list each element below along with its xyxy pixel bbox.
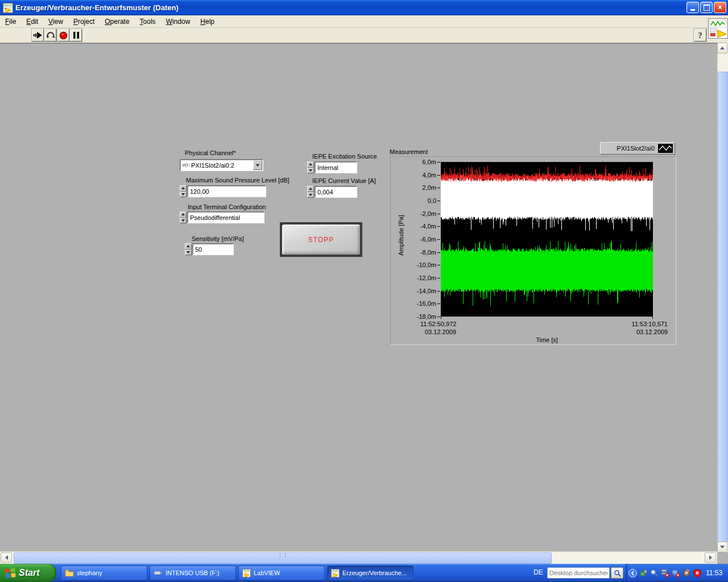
- horizontal-scroll-thumb[interactable]: [14, 552, 552, 564]
- io-glyph-icon: I/O: [183, 163, 189, 167]
- tray-server-disconnected-icon[interactable]: [660, 568, 669, 577]
- abort-button[interactable]: [57, 29, 69, 41]
- menu-view[interactable]: View: [43, 16, 68, 27]
- combo-dropdown-button[interactable]: [253, 160, 262, 170]
- taskbar-button-erzeuger-verbraucher[interactable]: Erzeuger/Verbrauche...: [327, 566, 413, 580]
- taskbar-button-labview[interactable]: LabVIEW: [238, 566, 325, 580]
- y-axis-tick-label: 0,0: [428, 197, 436, 204]
- input-terminal-field[interactable]: Pseudodifferential: [187, 211, 264, 223]
- close-icon: ×: [718, 3, 722, 11]
- run-continuous-button[interactable]: [44, 29, 56, 41]
- y-axis-tick-mark: [437, 201, 440, 201]
- tray-network-disconnected-icon[interactable]: [671, 568, 680, 577]
- usb-drive-icon: [154, 569, 163, 576]
- sensitivity-value: 50: [195, 246, 202, 253]
- input-terminal-spinner[interactable]: [180, 211, 187, 223]
- menu-bar: File Edit View Project Operate Tools Win…: [0, 15, 728, 28]
- up-arrow-icon: [309, 188, 312, 190]
- tray-magnifier-icon[interactable]: [650, 568, 659, 577]
- menu-help[interactable]: Help: [195, 16, 220, 27]
- decrement-button[interactable]: [180, 192, 187, 198]
- minimize-button[interactable]: [686, 2, 699, 13]
- menu-window[interactable]: Window: [161, 16, 196, 27]
- increment-button[interactable]: [185, 243, 192, 250]
- y-axis-tick-label: -4,0m: [420, 223, 436, 230]
- y-axis-tick-mark: [437, 278, 440, 278]
- chevron-down-icon: [256, 164, 259, 167]
- context-help-button[interactable]: ?: [694, 29, 706, 41]
- tray-audio-icon[interactable]: [682, 568, 691, 577]
- physical-channel-combo[interactable]: I/O PXI1Slot2/ai0:2: [180, 159, 263, 171]
- right-arrow-icon: [709, 555, 712, 560]
- input-terminal-label: Input Terminal Configuration: [188, 203, 266, 210]
- increment-button[interactable]: [180, 185, 187, 192]
- hide-tray-icons-button[interactable]: [628, 568, 637, 577]
- system-tray: 11:53: [626, 564, 728, 582]
- down-arrow-icon: [720, 546, 725, 548]
- stop-button[interactable]: STOPP: [280, 222, 362, 257]
- y-axis-tick-mark: [437, 265, 440, 265]
- menu-edit[interactable]: Edit: [21, 16, 43, 27]
- decrement-button[interactable]: [307, 192, 314, 198]
- desktop-search-input[interactable]: [547, 567, 610, 579]
- start-button[interactable]: Start: [0, 564, 56, 582]
- start-label: Start: [19, 568, 39, 578]
- increment-button[interactable]: [180, 211, 187, 218]
- labview-icon: [331, 569, 340, 577]
- y-axis-tick-label: -8,0m: [420, 249, 436, 256]
- iepe-source-label: IEPE Excitation Source: [312, 153, 377, 160]
- scroll-left-button[interactable]: [1, 552, 12, 563]
- y-axis-tick-mark: [437, 239, 440, 240]
- labview-icon: [242, 569, 251, 577]
- scroll-up-button[interactable]: [717, 43, 727, 53]
- scroll-down-button[interactable]: [717, 542, 727, 552]
- left-arrow-icon: [5, 555, 8, 560]
- tray-device-icon[interactable]: [639, 568, 648, 577]
- folder-icon: [65, 569, 74, 577]
- iepe-current-field[interactable]: 0,004: [315, 186, 357, 198]
- security-alert-shield-icon[interactable]: [693, 568, 702, 577]
- taskbar-button-stephany[interactable]: stephany: [61, 566, 147, 580]
- iepe-current-spinner[interactable]: [307, 186, 314, 198]
- y-axis-tick-label: -6,0m: [420, 236, 436, 243]
- menu-operate[interactable]: Operate: [100, 16, 134, 27]
- menu-file[interactable]: File: [0, 16, 21, 27]
- search-button[interactable]: [611, 567, 623, 579]
- vertical-scroll-thumb[interactable]: [718, 72, 728, 542]
- taskbar-clock[interactable]: 11:53: [706, 569, 722, 577]
- y-axis-tick-label: -2,0m: [420, 210, 436, 217]
- sensitivity-spinner[interactable]: [185, 243, 192, 255]
- chart-legend[interactable]: PXI1Slot2/ai0: [600, 142, 675, 155]
- window-title: Erzeuger/Verbraucher-Entwurfsmuster (Dat…: [15, 3, 179, 12]
- decrement-button[interactable]: [307, 168, 314, 174]
- x-axis-tick-mark: [441, 317, 441, 319]
- plot-style-icon: [658, 144, 673, 153]
- run-button[interactable]: [32, 29, 44, 41]
- down-arrow-icon: [187, 251, 190, 253]
- menu-tools[interactable]: Tools: [135, 16, 161, 27]
- y-axis-tick-label: 4,0m: [423, 172, 436, 178]
- decrement-button[interactable]: [180, 218, 187, 224]
- sensitivity-field[interactable]: 50: [192, 243, 234, 255]
- restore-button[interactable]: [700, 2, 713, 13]
- increment-button[interactable]: [307, 161, 314, 168]
- pause-button[interactable]: [70, 29, 82, 41]
- scroll-right-button[interactable]: [705, 552, 716, 563]
- menu-project[interactable]: Project: [68, 16, 100, 27]
- increment-button[interactable]: [307, 186, 314, 192]
- pause-icon: [73, 32, 79, 39]
- iepe-source-spinner[interactable]: [307, 161, 314, 173]
- plot-area[interactable]: [441, 162, 653, 317]
- up-arrow-icon: [181, 213, 185, 215]
- max-sound-pressure-spinner[interactable]: [180, 185, 187, 197]
- input-terminal-value: Pseudodifferential: [190, 214, 240, 221]
- close-button[interactable]: ×: [714, 2, 726, 13]
- decrement-button[interactable]: [185, 250, 192, 256]
- y-axis-tick-label: -12,0m: [417, 275, 436, 281]
- max-sound-pressure-field[interactable]: 120,00: [187, 185, 266, 197]
- iepe-source-field[interactable]: Internal: [315, 161, 357, 173]
- language-indicator[interactable]: DE: [533, 568, 543, 576]
- up-arrow-icon: [181, 187, 185, 189]
- taskbar-button-intenso-usb[interactable]: INTENSO USB (F:): [150, 566, 236, 580]
- stop-button-face: STOPP: [282, 225, 360, 255]
